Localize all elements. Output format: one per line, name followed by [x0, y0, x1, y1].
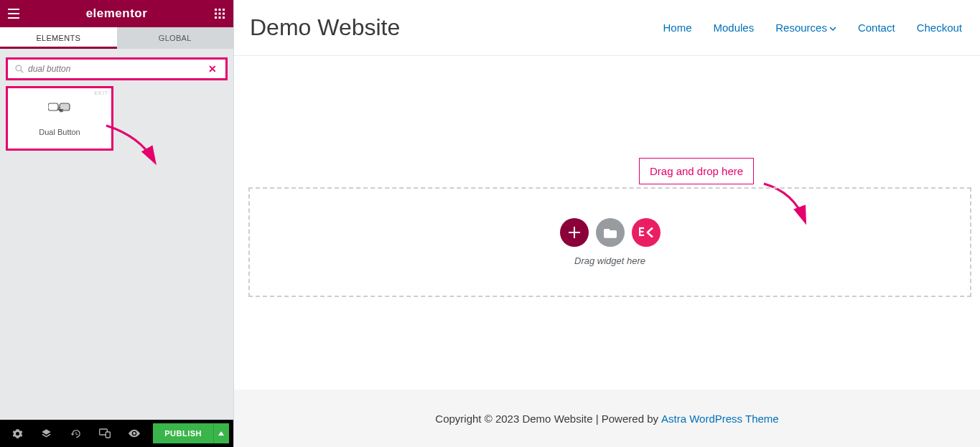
- svg-rect-3: [215, 13, 217, 15]
- plus-icon: [569, 227, 580, 238]
- history-icon: [70, 428, 81, 439]
- ek-icon: [639, 227, 653, 238]
- widget-dual-button[interactable]: EKIT Dual Button: [6, 86, 113, 151]
- widget-source-tag: EKIT: [94, 90, 108, 96]
- layers-icon: [41, 428, 52, 439]
- svg-rect-6: [215, 17, 217, 19]
- nav-resources[interactable]: Resources: [775, 22, 836, 34]
- site-header: Demo Website Home Modules Resources Cont…: [234, 0, 980, 56]
- svg-rect-1: [219, 9, 221, 11]
- drop-zone[interactable]: Drag widget here: [248, 187, 971, 297]
- widget-search-input[interactable]: [28, 64, 207, 74]
- history-button[interactable]: [62, 422, 89, 445]
- elementor-logo: elementor: [27, 6, 206, 21]
- chevron-down-icon: [829, 26, 836, 32]
- search-icon: [15, 65, 24, 73]
- svg-rect-7: [219, 17, 221, 19]
- sidebar-footer: PUBLISH: [0, 420, 233, 447]
- apps-grid-icon: [215, 9, 225, 19]
- tab-elements[interactable]: ELEMENTS: [0, 27, 117, 49]
- add-section-button[interactable]: [560, 218, 589, 247]
- svg-point-9: [16, 65, 22, 71]
- svg-rect-11: [48, 103, 58, 110]
- nav-modules[interactable]: Modules: [714, 22, 755, 34]
- tab-global[interactable]: GLOBAL: [117, 27, 234, 49]
- preview-button[interactable]: [121, 422, 148, 445]
- nav-resources-label: Resources: [775, 22, 827, 34]
- site-nav: Home Modules Resources Contact Checkout: [663, 22, 963, 34]
- nav-checkout[interactable]: Checkout: [917, 22, 962, 34]
- site-title: Demo Website: [250, 14, 400, 41]
- svg-rect-4: [219, 13, 221, 15]
- sidebar-tabs: ELEMENTS GLOBAL: [0, 27, 233, 49]
- settings-button[interactable]: [4, 422, 31, 445]
- publish-button[interactable]: PUBLISH: [153, 423, 213, 443]
- template-library-button[interactable]: [596, 218, 625, 247]
- hamburger-icon: [8, 9, 19, 19]
- svg-line-10: [21, 70, 23, 72]
- hamburger-menu-button[interactable]: [0, 0, 27, 27]
- page-preview: Demo Website Home Modules Resources Cont…: [233, 0, 980, 447]
- drop-zone-buttons: [560, 218, 661, 247]
- caret-up-icon: [218, 431, 224, 436]
- drop-zone-text: Drag widget here: [574, 255, 645, 266]
- sidebar-header: elementor: [0, 0, 233, 27]
- svg-rect-0: [215, 9, 217, 11]
- dual-button-icon: [48, 100, 71, 118]
- publish-group: PUBLISH: [153, 423, 229, 443]
- svg-rect-8: [223, 17, 225, 19]
- eye-icon: [129, 429, 140, 438]
- nav-home[interactable]: Home: [663, 22, 692, 34]
- footer-theme-link[interactable]: Astra WordPress Theme: [661, 413, 779, 425]
- svg-rect-2: [223, 9, 225, 11]
- folder-icon: [604, 227, 617, 238]
- svg-rect-14: [106, 432, 111, 438]
- search-clear-button[interactable]: ✕: [207, 63, 218, 75]
- publish-options-button[interactable]: [213, 423, 229, 443]
- widget-search-box: ✕: [6, 57, 228, 80]
- elementor-sidebar: elementor ELEMENTS GLOBAL ✕ EKIT Dual Bu: [0, 0, 233, 447]
- footer-text: Copyright © 2023 Demo Website | Powered …: [435, 413, 658, 425]
- navigator-button[interactable]: [34, 422, 60, 445]
- gear-icon: [12, 428, 23, 439]
- nav-contact[interactable]: Contact: [858, 22, 895, 34]
- elementskit-button[interactable]: [632, 218, 661, 247]
- annotation-callout: Drag and drop here: [639, 158, 754, 184]
- site-footer: Copyright © 2023 Demo Website | Powered …: [234, 390, 980, 447]
- apps-grid-button[interactable]: [206, 0, 233, 27]
- responsive-button[interactable]: [92, 422, 118, 445]
- widget-label: Dual Button: [39, 128, 80, 136]
- editor-canvas: Drag and drop here Drag widge: [234, 56, 980, 390]
- responsive-icon: [99, 428, 111, 438]
- svg-rect-5: [223, 13, 225, 15]
